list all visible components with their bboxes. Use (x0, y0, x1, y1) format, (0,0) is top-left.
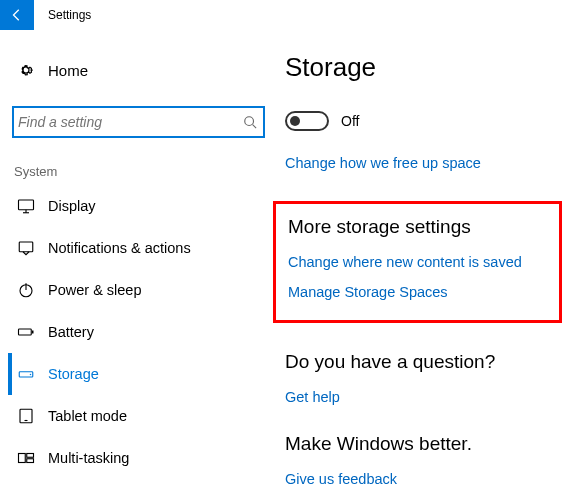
link-get-help[interactable]: Get help (285, 389, 556, 405)
link-change-new-content[interactable]: Change where new content is saved (288, 254, 547, 270)
svg-rect-5 (19, 242, 33, 252)
power-icon (14, 281, 38, 299)
nav-item-battery[interactable]: Battery (8, 311, 265, 353)
battery-icon (14, 323, 38, 341)
nav-label: Multi-tasking (38, 450, 129, 466)
link-manage-storage-spaces[interactable]: Manage Storage Spaces (288, 284, 547, 300)
svg-rect-15 (27, 454, 34, 458)
sidebar: Home System Display Notifications & acti… (0, 52, 285, 500)
nav-item-multitasking[interactable]: Multi-tasking (8, 437, 265, 479)
titlebar: Settings (0, 0, 566, 30)
section-label: System (12, 164, 265, 179)
nav-label: Battery (38, 324, 94, 340)
home-label: Home (38, 62, 88, 79)
nav-label: Display (38, 198, 96, 214)
search-box[interactable] (12, 106, 265, 138)
arrow-left-icon (10, 8, 24, 22)
nav-item-display[interactable]: Display (8, 185, 265, 227)
svg-rect-16 (27, 459, 34, 463)
nav-item-storage[interactable]: Storage (8, 353, 265, 395)
toggle-knob (290, 116, 300, 126)
nav-label: Storage (38, 366, 99, 382)
tablet-icon (14, 407, 38, 425)
nav-label: Power & sleep (38, 282, 142, 298)
nav-item-notifications[interactable]: Notifications & actions (8, 227, 265, 269)
svg-rect-8 (19, 329, 32, 335)
svg-line-1 (253, 125, 257, 129)
storage-icon (14, 365, 38, 383)
nav-label: Tablet mode (38, 408, 127, 424)
link-change-free-space[interactable]: Change how we free up space (285, 155, 556, 171)
multitasking-icon (14, 449, 38, 467)
nav-label: Notifications & actions (38, 240, 191, 256)
highlight-box: More storage settings Change where new c… (273, 201, 562, 323)
main-panel: Storage Off Change how we free up space … (285, 52, 566, 500)
svg-rect-14 (19, 454, 26, 463)
app-title: Settings (34, 8, 91, 22)
search-icon (243, 115, 257, 129)
svg-point-0 (245, 117, 254, 126)
home-button[interactable]: Home (12, 52, 265, 88)
svg-rect-9 (32, 331, 34, 334)
svg-rect-2 (19, 200, 34, 210)
nav-item-power[interactable]: Power & sleep (8, 269, 265, 311)
more-storage-heading: More storage settings (288, 216, 547, 238)
svg-point-11 (30, 374, 32, 376)
gear-icon (14, 61, 38, 79)
link-give-feedback[interactable]: Give us feedback (285, 471, 556, 487)
toggle-state-label: Off (341, 113, 359, 129)
page-title: Storage (285, 52, 556, 83)
display-icon (14, 197, 38, 215)
storage-sense-toggle[interactable] (285, 111, 329, 131)
feedback-heading: Make Windows better. (285, 433, 556, 455)
question-heading: Do you have a question? (285, 351, 556, 373)
notifications-icon (14, 239, 38, 257)
back-button[interactable] (0, 0, 34, 30)
search-input[interactable] (18, 114, 243, 130)
nav-item-tablet[interactable]: Tablet mode (8, 395, 265, 437)
